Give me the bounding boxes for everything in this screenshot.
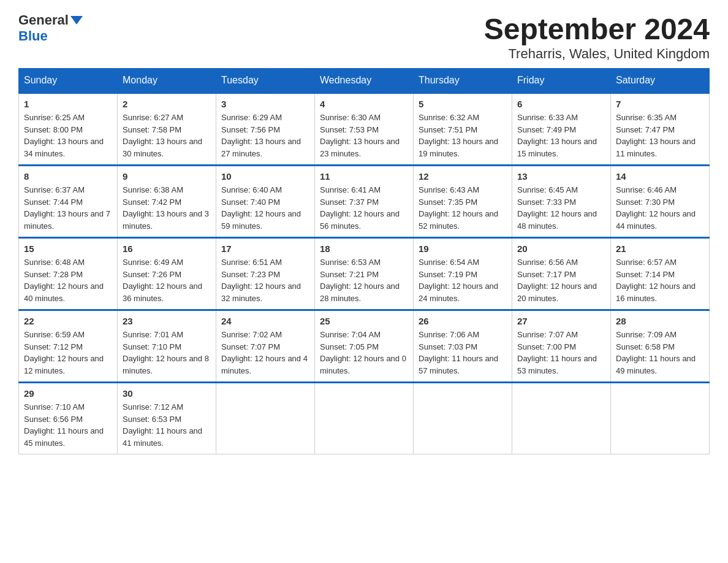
calendar-cell: 15Sunrise: 6:48 AMSunset: 7:28 PMDayligh…: [19, 238, 118, 310]
calendar-cell: 21Sunrise: 6:57 AMSunset: 7:14 PMDayligh…: [611, 238, 710, 310]
calendar-cell: 30Sunrise: 7:12 AMSunset: 6:53 PMDayligh…: [118, 383, 216, 454]
calendar-cell: 17Sunrise: 6:51 AMSunset: 7:23 PMDayligh…: [216, 238, 315, 310]
calendar-cell: 27Sunrise: 7:07 AMSunset: 7:00 PMDayligh…: [512, 310, 611, 383]
calendar-week-row: 1Sunrise: 6:25 AMSunset: 8:00 PMDaylight…: [19, 93, 710, 166]
calendar-table: SundayMondayTuesdayWednesdayThursdayFrid…: [18, 68, 710, 454]
calendar-cell: 19Sunrise: 6:54 AMSunset: 7:19 PMDayligh…: [414, 238, 512, 310]
day-info: Sunrise: 6:40 AMSunset: 7:40 PMDaylight:…: [221, 184, 309, 232]
page-header: General Blue September 2024 Treharris, W…: [18, 12, 710, 62]
calendar-cell: 24Sunrise: 7:02 AMSunset: 7:07 PMDayligh…: [216, 310, 315, 383]
day-info: Sunrise: 6:45 AMSunset: 7:33 PMDaylight:…: [517, 184, 605, 232]
day-number: 1: [24, 99, 112, 109]
calendar-cell: 13Sunrise: 6:45 AMSunset: 7:33 PMDayligh…: [512, 166, 611, 238]
day-number: 21: [616, 243, 704, 254]
day-info: Sunrise: 7:09 AMSunset: 6:58 PMDaylight:…: [616, 329, 704, 377]
title-block: September 2024 Treharris, Wales, United …: [484, 12, 710, 62]
calendar-header: SundayMondayTuesdayWednesdayThursdayFrid…: [19, 69, 710, 93]
calendar-cell: 3Sunrise: 6:29 AMSunset: 7:56 PMDaylight…: [216, 93, 315, 166]
calendar-week-row: 29Sunrise: 7:10 AMSunset: 6:56 PMDayligh…: [19, 383, 710, 454]
calendar-cell: 22Sunrise: 6:59 AMSunset: 7:12 PMDayligh…: [19, 310, 118, 383]
day-number: 9: [123, 171, 211, 182]
day-info: Sunrise: 7:04 AMSunset: 7:05 PMDaylight:…: [320, 329, 408, 377]
calendar-cell: 18Sunrise: 6:53 AMSunset: 7:21 PMDayligh…: [315, 238, 414, 310]
day-info: Sunrise: 6:30 AMSunset: 7:53 PMDaylight:…: [320, 112, 408, 159]
calendar-cell: 9Sunrise: 6:38 AMSunset: 7:42 PMDaylight…: [118, 166, 216, 238]
logo-general-text: General: [18, 12, 69, 28]
day-number: 16: [123, 243, 211, 254]
calendar-cell: 20Sunrise: 6:56 AMSunset: 7:17 PMDayligh…: [512, 238, 611, 310]
calendar-cell: 8Sunrise: 6:37 AMSunset: 7:44 PMDaylight…: [19, 166, 118, 238]
day-number: 24: [221, 316, 309, 326]
calendar-cell: [512, 383, 611, 454]
calendar-week-row: 15Sunrise: 6:48 AMSunset: 7:28 PMDayligh…: [19, 238, 710, 310]
day-info: Sunrise: 6:27 AMSunset: 7:58 PMDaylight:…: [123, 112, 211, 159]
day-number: 27: [517, 316, 605, 326]
calendar-cell: 6Sunrise: 6:33 AMSunset: 7:49 PMDaylight…: [512, 93, 611, 166]
calendar-cell: 12Sunrise: 6:43 AMSunset: 7:35 PMDayligh…: [414, 166, 512, 238]
day-info: Sunrise: 6:54 AMSunset: 7:19 PMDaylight:…: [419, 256, 507, 304]
day-number: 5: [419, 99, 507, 109]
day-info: Sunrise: 6:48 AMSunset: 7:28 PMDaylight:…: [24, 256, 112, 304]
day-info: Sunrise: 6:32 AMSunset: 7:51 PMDaylight:…: [419, 112, 507, 159]
weekday-header-row: SundayMondayTuesdayWednesdayThursdayFrid…: [19, 69, 710, 93]
day-info: Sunrise: 6:53 AMSunset: 7:21 PMDaylight:…: [320, 256, 408, 304]
weekday-header: Sunday: [19, 69, 118, 93]
calendar-cell: 4Sunrise: 6:30 AMSunset: 7:53 PMDaylight…: [315, 93, 414, 166]
calendar-cell: 7Sunrise: 6:35 AMSunset: 7:47 PMDaylight…: [611, 93, 710, 166]
day-number: 2: [123, 99, 211, 109]
day-info: Sunrise: 6:43 AMSunset: 7:35 PMDaylight:…: [419, 184, 507, 232]
day-info: Sunrise: 6:25 AMSunset: 8:00 PMDaylight:…: [24, 112, 112, 159]
day-info: Sunrise: 7:12 AMSunset: 6:53 PMDaylight:…: [123, 401, 211, 449]
day-number: 13: [517, 171, 605, 182]
day-number: 6: [517, 99, 605, 109]
day-info: Sunrise: 7:07 AMSunset: 7:00 PMDaylight:…: [517, 329, 605, 377]
calendar-cell: [216, 383, 315, 454]
calendar-cell: 25Sunrise: 7:04 AMSunset: 7:05 PMDayligh…: [315, 310, 414, 383]
day-info: Sunrise: 6:59 AMSunset: 7:12 PMDaylight:…: [24, 329, 112, 377]
calendar-cell: 2Sunrise: 6:27 AMSunset: 7:58 PMDaylight…: [118, 93, 216, 166]
day-number: 10: [221, 171, 309, 182]
calendar-cell: [315, 383, 414, 454]
page-subtitle: Treharris, Wales, United Kingdom: [484, 46, 710, 62]
logo-blue-text: Blue: [18, 28, 48, 44]
day-number: 23: [123, 316, 211, 326]
day-info: Sunrise: 6:56 AMSunset: 7:17 PMDaylight:…: [517, 256, 605, 304]
day-number: 26: [419, 316, 507, 326]
weekday-header: Saturday: [611, 69, 710, 93]
day-number: 15: [24, 243, 112, 254]
page-title: September 2024: [484, 12, 710, 46]
weekday-header: Monday: [118, 69, 216, 93]
calendar-cell: [414, 383, 512, 454]
day-info: Sunrise: 7:01 AMSunset: 7:10 PMDaylight:…: [123, 329, 211, 377]
day-info: Sunrise: 6:57 AMSunset: 7:14 PMDaylight:…: [616, 256, 704, 304]
day-info: Sunrise: 7:06 AMSunset: 7:03 PMDaylight:…: [419, 329, 507, 377]
calendar-cell: 5Sunrise: 6:32 AMSunset: 7:51 PMDaylight…: [414, 93, 512, 166]
day-info: Sunrise: 6:29 AMSunset: 7:56 PMDaylight:…: [221, 112, 309, 159]
calendar-cell: 28Sunrise: 7:09 AMSunset: 6:58 PMDayligh…: [611, 310, 710, 383]
calendar-cell: 1Sunrise: 6:25 AMSunset: 8:00 PMDaylight…: [19, 93, 118, 166]
day-number: 14: [616, 171, 704, 182]
day-number: 19: [419, 243, 507, 254]
day-info: Sunrise: 6:51 AMSunset: 7:23 PMDaylight:…: [221, 256, 309, 304]
day-number: 25: [320, 316, 408, 326]
day-number: 28: [616, 316, 704, 326]
day-number: 4: [320, 99, 408, 109]
day-info: Sunrise: 6:35 AMSunset: 7:47 PMDaylight:…: [616, 112, 704, 159]
day-number: 18: [320, 243, 408, 254]
calendar-cell: [611, 383, 710, 454]
day-info: Sunrise: 6:38 AMSunset: 7:42 PMDaylight:…: [123, 184, 211, 232]
calendar-cell: 16Sunrise: 6:49 AMSunset: 7:26 PMDayligh…: [118, 238, 216, 310]
calendar-cell: 14Sunrise: 6:46 AMSunset: 7:30 PMDayligh…: [611, 166, 710, 238]
calendar-cell: 23Sunrise: 7:01 AMSunset: 7:10 PMDayligh…: [118, 310, 216, 383]
calendar-cell: 10Sunrise: 6:40 AMSunset: 7:40 PMDayligh…: [216, 166, 315, 238]
day-number: 29: [24, 388, 112, 399]
logo-triangle-icon: [70, 16, 83, 25]
calendar-week-row: 22Sunrise: 6:59 AMSunset: 7:12 PMDayligh…: [19, 310, 710, 383]
calendar-body: 1Sunrise: 6:25 AMSunset: 8:00 PMDaylight…: [19, 93, 710, 454]
calendar-cell: 26Sunrise: 7:06 AMSunset: 7:03 PMDayligh…: [414, 310, 512, 383]
weekday-header: Wednesday: [315, 69, 414, 93]
day-number: 17: [221, 243, 309, 254]
day-number: 3: [221, 99, 309, 109]
logo: General Blue: [18, 12, 83, 44]
day-number: 22: [24, 316, 112, 326]
